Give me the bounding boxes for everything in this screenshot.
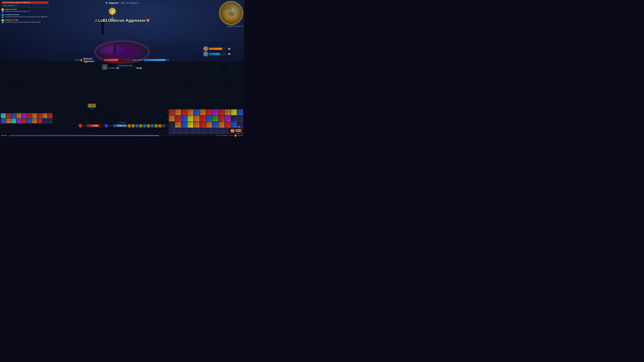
utility-slot-1[interactable] — [1, 113, 6, 118]
slot-2-4[interactable]: 1 — [187, 122, 193, 128]
slot-2-7[interactable]: 7 — [206, 122, 212, 128]
utility-slot-15[interactable] — [22, 118, 26, 123]
slot-3-2[interactable] — [175, 128, 181, 134]
utility-slot-12[interactable] — [6, 118, 11, 123]
target-chain: ◁ >>> — [125, 59, 131, 61]
quest-item-learn-to-love[interactable]: ◆ Learn to Love Search for my beloved's … — [1, 8, 48, 12]
utility-slot-5[interactable] — [22, 113, 26, 118]
slot-1-3[interactable]: 3 — [181, 115, 187, 121]
slot-4-1[interactable] — [169, 109, 175, 115]
server-name: Ragnarok — [109, 2, 118, 4]
slot-4-5[interactable] — [194, 109, 200, 115]
status-orb-7 — [151, 124, 154, 128]
dropdown-arrow-icon: ▼ — [17, 5, 18, 6]
slot-3-6[interactable] — [200, 128, 206, 134]
slot-2-2[interactable]: 56 — [175, 122, 181, 128]
quest-item-place-to-train[interactable]: ◆ A Place to Train Speak with the sharp-… — [1, 19, 48, 23]
quest-diamond-2 — [2, 16, 4, 18]
slot-1-7[interactable]: 7 — [206, 115, 212, 121]
slot-4-6[interactable] — [200, 109, 206, 115]
status-orbs — [128, 124, 166, 128]
utility-slot-13[interactable] — [11, 118, 16, 123]
utility-slot-6[interactable] — [27, 113, 32, 118]
slot-2-11[interactable]: 11 — [231, 122, 237, 128]
utility-slot-16[interactable] — [27, 118, 32, 123]
slot-1-10[interactable]: 10 — [224, 115, 230, 121]
hp-bar: 33046 — [87, 124, 104, 127]
utility-slot-17[interactable] — [32, 118, 37, 123]
slot-3-5[interactable] — [194, 128, 200, 134]
slot-2-10[interactable]: 10 — [224, 122, 230, 128]
status-orb-x — [162, 124, 166, 128]
slot-1-2[interactable]: 2 — [175, 115, 181, 121]
target-row: Lv 81 B Omicron Aggressor ◁ >>> Jalior A… — [75, 57, 169, 62]
utility-slot-8[interactable] — [37, 113, 42, 118]
utility-slot-3[interactable] — [11, 113, 16, 118]
slot-1-5[interactable]: 5 — [194, 115, 200, 121]
slot-4-7[interactable] — [206, 109, 212, 115]
status-orb-4 — [139, 124, 142, 128]
slot-2-8[interactable]: 8 — [212, 122, 218, 128]
utility-slot-7[interactable] — [32, 113, 37, 118]
cast-bar-info: Level Checker Mini CASTING 00.82 — [108, 65, 142, 69]
mp-icon: ✦ — [104, 124, 108, 128]
slot-4-4[interactable] — [187, 109, 193, 115]
slot-3-3[interactable] — [181, 128, 187, 134]
gg-icon: GG — [230, 129, 234, 133]
mp-label: MP — [109, 125, 112, 126]
utility-slot-20[interactable] — [48, 118, 52, 123]
loot-icon-1[interactable] — [88, 104, 92, 107]
utility-slot-4[interactable] — [16, 113, 21, 118]
slot-3-7[interactable] — [206, 128, 212, 134]
slot-4-11[interactable] — [231, 109, 237, 115]
slot-2-12[interactable]: x150 — [237, 122, 243, 128]
slot-3-4[interactable] — [187, 128, 193, 134]
quest-item-combat-evolved[interactable]: ◆ Combat Evolved Use the level checker m… — [1, 13, 48, 18]
slot-4-10[interactable] — [224, 109, 230, 115]
enemy-name-display: Omicron Aggressor — [108, 18, 146, 23]
hotbar-2-label: 2 — [167, 124, 169, 125]
utility-slot-11[interactable] — [1, 118, 6, 123]
minimap[interactable] — [219, 1, 243, 25]
player-silhouette — [114, 44, 116, 55]
others-label: OTHERS — [118, 122, 126, 123]
utility-slot-10[interactable] — [48, 113, 52, 118]
slot-3-9[interactable] — [218, 128, 224, 134]
aggressor-glow — [93, 42, 126, 56]
slot-1-8[interactable]: 8 — [212, 115, 218, 121]
slot-3-1[interactable] — [169, 128, 175, 134]
slot-1-12[interactable]: 12 — [237, 115, 243, 121]
status-orb-5 — [143, 124, 146, 128]
job-level-display: MCH lv1 — [1, 135, 8, 136]
to-be-continued-dropdown[interactable]: To be continued... ▼ — [1, 4, 48, 7]
slot-2-3[interactable] — [181, 122, 187, 128]
slot-1-11[interactable]: 11 — [231, 115, 237, 121]
slot-2-1[interactable] — [169, 122, 175, 128]
utility-slot-18[interactable] — [37, 118, 42, 123]
slot-1-4[interactable]: 4 — [187, 115, 193, 121]
slot-2-9[interactable]: 9 — [218, 122, 224, 128]
icon-stem — [112, 14, 112, 17]
utility-slot-19[interactable] — [42, 118, 47, 123]
utility-slot-14[interactable] — [16, 118, 21, 123]
loot-distance: 15m — [90, 108, 93, 109]
slot-4-2[interactable] — [175, 109, 181, 115]
utility-slot-9[interactable] — [42, 113, 47, 118]
slot-4-12[interactable] — [237, 109, 243, 115]
slot-2-5[interactable]: 5 — [194, 122, 200, 128]
slot-4-3[interactable] — [181, 109, 187, 115]
slot-1-6[interactable]: 6 — [200, 115, 206, 121]
slot-1-9[interactable]: 9 — [218, 115, 224, 121]
utility-slot-2[interactable] — [6, 113, 11, 118]
separator: ♦ — [120, 2, 120, 4]
loot-icon-2[interactable] — [92, 104, 96, 107]
target-hp-bar — [104, 59, 124, 61]
slot-2-6[interactable]: 6 — [200, 122, 206, 128]
quest-log: Main Scenario Quests Complete To be cont… — [1, 1, 48, 24]
slot-1-1[interactable]: 1 — [169, 115, 175, 121]
gg-label-2: GUIDES — [235, 131, 242, 132]
hp-icon: ♥ — [78, 124, 82, 128]
slot-4-8[interactable] — [212, 109, 218, 115]
slot-4-9[interactable] — [218, 109, 224, 115]
slot-3-8[interactable] — [212, 128, 218, 134]
